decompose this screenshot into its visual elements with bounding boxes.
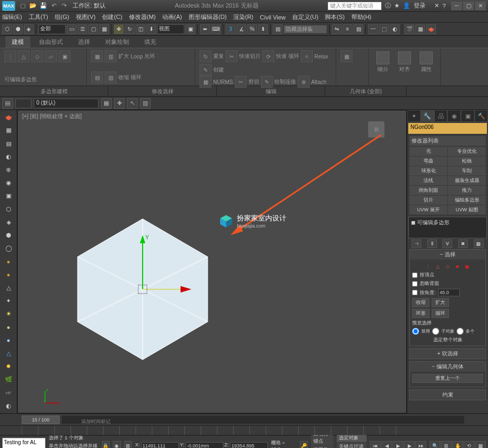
layer-selector[interactable]: 0 (默认): [34, 99, 99, 108]
login-link[interactable]: 登录: [414, 2, 426, 10]
lt-icon[interactable]: ⬡: [2, 203, 16, 216]
hierarchy-tab-icon[interactable]: 品: [434, 110, 448, 122]
loop-button[interactable]: 循环: [432, 309, 449, 318]
lt-hf-icon[interactable]: HF: [2, 387, 16, 399]
minimize-button[interactable]: ─: [451, 2, 462, 10]
by-angle-checkbox[interactable]: [412, 290, 418, 295]
quickloop-icon[interactable]: ⟳: [262, 50, 274, 62]
time-track[interactable]: [62, 416, 464, 424]
lt-icon[interactable]: ▦: [2, 124, 16, 137]
display-tab-icon[interactable]: ▣: [461, 110, 474, 122]
info-icon[interactable]: ⓘ: [385, 2, 391, 10]
layers-icon[interactable]: ▤: [354, 24, 363, 34]
rollout-softsel-header[interactable]: + 软选择: [410, 349, 485, 359]
save-icon[interactable]: 💾: [39, 2, 48, 10]
edge-mode-icon[interactable]: △: [18, 50, 30, 62]
rollout-constraints-header[interactable]: 约束: [410, 390, 485, 400]
selection-filter[interactable]: 全部: [38, 24, 66, 34]
poly-so-icon[interactable]: ■: [454, 263, 461, 270]
grow-button[interactable]: 扩大: [432, 298, 449, 307]
tab-freeform[interactable]: 自由形式: [33, 36, 69, 48]
track-bar[interactable]: [0, 425, 488, 435]
mod-bevelprofile[interactable]: 倒角剖面: [409, 186, 447, 195]
layer-cursor-icon[interactable]: ↖: [127, 98, 138, 109]
zoomall-icon[interactable]: ⊞: [441, 441, 452, 449]
shrink-icon[interactable]: ▥: [105, 50, 117, 62]
vertex-mode-icon[interactable]: ⋮: [4, 50, 16, 62]
loop2-label[interactable]: 循环: [131, 74, 142, 81]
menu-tools[interactable]: 工具(T): [29, 13, 48, 21]
element-so-icon[interactable]: ▣: [464, 263, 471, 270]
tool-icon[interactable]: ▤: [91, 72, 103, 83]
scale-icon[interactable]: ◫: [136, 24, 145, 34]
footer-modsel[interactable]: 修改选择: [108, 86, 217, 96]
spinner-snap-icon[interactable]: ⬍: [258, 24, 268, 34]
next-frame-icon[interactable]: ▶: [404, 441, 415, 449]
by-vertex-checkbox[interactable]: [412, 272, 418, 278]
mod-uvwunwrap[interactable]: UVW 展开: [409, 205, 447, 215]
angle-snap-icon[interactable]: ∡: [236, 24, 246, 34]
loop-label[interactable]: Loop: [131, 54, 143, 60]
object-name-field[interactable]: NGon006: [408, 123, 487, 134]
utilities-tab-icon[interactable]: 🔨: [474, 110, 488, 122]
menu-customize[interactable]: 自定义(U): [292, 13, 318, 21]
app-logo[interactable]: MAX: [2, 1, 15, 11]
teapot-icon[interactable]: 🫖: [2, 111, 16, 124]
menu-grapheditors[interactable]: 图形编辑器(D): [189, 13, 227, 21]
tab-selection[interactable]: 选择: [72, 36, 97, 48]
window-crossing-icon[interactable]: ▦: [99, 24, 109, 34]
mod-spherify[interactable]: 球形化: [409, 166, 447, 176]
ring-button[interactable]: 环形: [412, 309, 429, 318]
iso-icon[interactable]: ◉: [113, 441, 121, 449]
create-tab-icon[interactable]: ✦: [407, 110, 421, 122]
play-icon[interactable]: ▶: [393, 441, 403, 449]
named-selection-set[interactable]: 隐藏选择集: [284, 25, 327, 34]
menu-rendering[interactable]: 渲染(R): [233, 13, 253, 21]
border-mode-icon[interactable]: ◇: [31, 50, 43, 62]
lt-icon[interactable]: ⬢: [2, 229, 16, 242]
schematic-icon[interactable]: ⬚: [379, 24, 389, 34]
lt-icon[interactable]: ⊕: [2, 164, 16, 176]
refcoord-system[interactable]: 视图: [157, 24, 184, 34]
add-time-marker[interactable]: 添加时间标记: [81, 418, 111, 425]
workspace-selector[interactable]: 工作区: 默认: [73, 2, 106, 10]
lt-icon[interactable]: ▣: [2, 190, 16, 202]
align-button[interactable]: 对齐: [395, 50, 414, 74]
render-setup-icon[interactable]: 🎬: [404, 24, 414, 34]
lt-icon[interactable]: △: [2, 282, 16, 294]
repeat-icon[interactable]: ↻: [200, 50, 211, 62]
menu-animation[interactable]: 动画(A): [162, 13, 182, 21]
vertex-so-icon[interactable]: ⋮: [425, 263, 432, 270]
orbit-icon[interactable]: ⟲: [464, 441, 474, 449]
ring-label[interactable]: 光环: [144, 53, 155, 60]
hexagon-object[interactable]: Y: [61, 208, 224, 371]
x-coord-field[interactable]: [141, 442, 179, 449]
user-icon[interactable]: 👤: [403, 2, 410, 9]
lt-icon[interactable]: ●: [2, 334, 16, 347]
lt-icon[interactable]: ●: [2, 321, 16, 334]
snap-icon[interactable]: 3: [226, 24, 235, 34]
unique-icon[interactable]: ∀: [442, 239, 452, 248]
curve-editor-icon[interactable]: 〰: [368, 24, 378, 34]
lt-icon[interactable]: ◈: [2, 216, 16, 229]
relax-icon[interactable]: ≈: [301, 50, 313, 62]
preview-off-radio[interactable]: [412, 328, 419, 335]
y-coord-field[interactable]: [185, 442, 223, 449]
material-editor-icon[interactable]: ◐: [390, 24, 400, 34]
footer-edit[interactable]: 编辑: [217, 86, 325, 96]
menu-maxscript[interactable]: 脚本(S): [325, 13, 345, 21]
mod-editpoly[interactable]: 编辑多边形: [448, 196, 486, 205]
stack-item-editpoly[interactable]: ◼ 可编辑多边形: [410, 218, 485, 227]
modifier-list-dropdown[interactable]: 修改器列表: [409, 136, 486, 146]
preview-subobj-radio[interactable]: [432, 328, 439, 335]
modifier-stack[interactable]: ◼ 可编辑多边形: [408, 217, 487, 238]
menu-group[interactable]: 组(G): [55, 13, 69, 21]
link-icon[interactable]: ⬡: [2, 24, 12, 34]
lt-icon[interactable]: ●: [2, 269, 16, 281]
render-frame-icon[interactable]: ▦: [415, 24, 425, 34]
rollout-selection-header[interactable]: − 选择: [410, 250, 485, 259]
remove-mod-icon[interactable]: ✖: [458, 239, 468, 248]
lt-icon[interactable]: ◉: [2, 177, 16, 189]
menu-civilview[interactable]: Civil View: [260, 14, 285, 21]
select-region-icon[interactable]: ▢: [88, 24, 98, 34]
